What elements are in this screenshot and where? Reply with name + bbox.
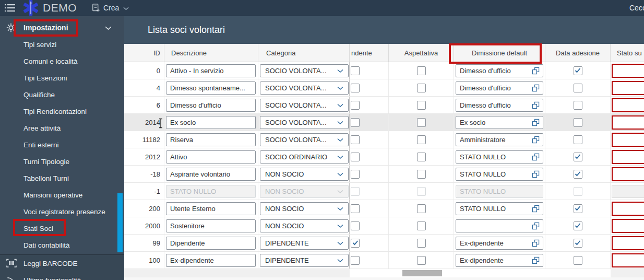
dimissione-default-input[interactable]: Ex socio bbox=[456, 116, 543, 129]
data-adesione-checkbox[interactable] bbox=[574, 239, 582, 248]
data-adesione-checkbox[interactable] bbox=[574, 84, 582, 92]
sidebar-scrollbar-thumb[interactable] bbox=[117, 193, 123, 252]
data-adesione-checkbox[interactable] bbox=[574, 66, 582, 75]
value-help-icon[interactable] bbox=[531, 135, 541, 145]
aspettativa-checkbox[interactable] bbox=[417, 118, 426, 127]
stato-successivo-input[interactable] bbox=[612, 236, 644, 250]
stato-successivo-input[interactable] bbox=[612, 219, 644, 233]
categoria-select[interactable]: SOCIO VOLONTA... bbox=[260, 116, 349, 129]
aspettativa-checkbox[interactable] bbox=[417, 256, 426, 265]
column-header-dipendente[interactable]: ndente bbox=[350, 44, 389, 62]
descrizione-input[interactable]: STATO NULLO bbox=[166, 185, 256, 198]
categoria-select[interactable]: SOCIO ORDINARIO bbox=[260, 150, 349, 164]
dimissione-default-input[interactable] bbox=[456, 219, 543, 232]
data-adesione-checkbox[interactable] bbox=[574, 118, 582, 127]
categoria-select[interactable]: NON SOCIO bbox=[260, 168, 349, 181]
value-help-icon[interactable] bbox=[531, 152, 541, 162]
sidebar-item-impostazioni[interactable]: Impostazioni bbox=[0, 16, 124, 37]
descrizione-input[interactable]: Utente Esterno bbox=[166, 202, 256, 215]
aspettativa-checkbox[interactable] bbox=[417, 135, 426, 144]
dimissione-default-input[interactable]: Amministratore bbox=[456, 133, 543, 146]
dimissione-default-input[interactable]: Dimesso d'ufficio bbox=[456, 64, 543, 77]
categoria-select[interactable]: DIPENDENTE bbox=[260, 237, 349, 250]
dipendente-checkbox[interactable] bbox=[351, 187, 360, 196]
data-adesione-checkbox[interactable] bbox=[574, 101, 582, 110]
value-help-icon[interactable] bbox=[531, 238, 541, 248]
data-adesione-checkbox[interactable] bbox=[574, 153, 582, 161]
sidebar-item-turni-tipologie[interactable]: Turni Tipologie bbox=[0, 154, 124, 170]
stato-successivo-input[interactable] bbox=[612, 185, 644, 198]
data-adesione-checkbox[interactable] bbox=[574, 221, 582, 230]
stato-successivo-input[interactable] bbox=[612, 253, 644, 267]
stato-successivo-input[interactable] bbox=[612, 64, 644, 78]
dimissione-default-input[interactable]: STATO NULLO bbox=[456, 202, 543, 215]
descrizione-input[interactable]: Riserva bbox=[166, 133, 256, 146]
data-adesione-checkbox[interactable] bbox=[574, 170, 582, 179]
sidebar-item-tipi-rendicontazioni[interactable]: Tipi Rendicontazioni bbox=[0, 103, 124, 120]
aspettativa-checkbox[interactable] bbox=[417, 204, 426, 213]
dipendente-checkbox[interactable] bbox=[351, 170, 360, 179]
horizontal-scrollbar-thumb[interactable] bbox=[402, 270, 442, 276]
value-help-icon[interactable] bbox=[531, 118, 541, 127]
column-header-descrizione[interactable]: Descrizione bbox=[164, 44, 258, 62]
dipendente-checkbox[interactable] bbox=[351, 66, 360, 75]
stato-successivo-input[interactable] bbox=[612, 133, 644, 147]
aspettativa-checkbox[interactable] bbox=[417, 84, 426, 92]
menu-icon[interactable] bbox=[0, 0, 20, 16]
sidebar-item-ultime-funzionalita[interactable]: Ultime funzionalità bbox=[0, 272, 124, 280]
dimissione-default-input[interactable]: Ex-dipendente bbox=[456, 254, 543, 267]
dimissione-default-input[interactable]: Dimesso d'ufficio bbox=[456, 81, 543, 95]
stato-successivo-input[interactable] bbox=[612, 81, 644, 95]
dipendente-checkbox[interactable] bbox=[351, 204, 360, 213]
user-menu[interactable]: Cecc bbox=[629, 4, 644, 12]
column-header-categoria[interactable]: Categoria bbox=[258, 44, 350, 62]
horizontal-scrollbar-track[interactable] bbox=[350, 269, 611, 277]
categoria-select[interactable]: DIPENDENTE bbox=[260, 254, 349, 267]
sidebar-item-tipi-esenzioni[interactable]: Tipi Esenzioni bbox=[0, 70, 124, 87]
dimissione-default-input[interactable]: STATO NULLO bbox=[456, 168, 543, 181]
categoria-select[interactable]: SOCIO VOLONTA... bbox=[260, 64, 349, 77]
sidebar-item-stati-soci[interactable]: Stati Soci bbox=[0, 220, 124, 237]
descrizione-input[interactable]: Dimesso spontaneame... bbox=[166, 81, 256, 95]
descrizione-input[interactable]: Sostenitore bbox=[166, 219, 256, 232]
sidebar-item-comuni-e-localit-[interactable]: Comuni e località bbox=[0, 53, 124, 70]
sidebar-item-qualifiche[interactable]: Qualifiche bbox=[0, 87, 124, 103]
sidebar-item-enti-esterni[interactable]: Enti esterni bbox=[0, 137, 124, 154]
categoria-select[interactable]: NON SOCIO bbox=[260, 185, 349, 198]
value-help-icon[interactable] bbox=[531, 204, 541, 214]
descrizione-input[interactable]: Aspirante volontario bbox=[166, 168, 256, 181]
descrizione-input[interactable]: Ex socio bbox=[166, 116, 256, 129]
categoria-select[interactable]: SOCIO VOLONTA... bbox=[260, 99, 349, 112]
dipendente-checkbox[interactable] bbox=[351, 84, 360, 92]
dipendente-checkbox[interactable] bbox=[351, 239, 360, 248]
sidebar-item-aree-attivit-[interactable]: Aree attività bbox=[0, 120, 124, 137]
descrizione-input[interactable]: Ex-dipendente bbox=[166, 254, 256, 267]
aspettativa-checkbox[interactable] bbox=[417, 187, 426, 196]
aspettativa-checkbox[interactable] bbox=[417, 221, 426, 230]
dimissione-default-input[interactable]: Dimesso d'ufficio bbox=[456, 99, 543, 112]
dipendente-checkbox[interactable] bbox=[351, 153, 360, 161]
dipendente-checkbox[interactable] bbox=[351, 118, 360, 127]
value-help-icon[interactable] bbox=[531, 221, 541, 231]
create-button[interactable]: Crea bbox=[91, 3, 129, 13]
value-help-icon[interactable] bbox=[531, 169, 541, 179]
value-help-icon[interactable] bbox=[531, 100, 541, 110]
dipendente-checkbox[interactable] bbox=[351, 256, 360, 265]
dimissione-default-input[interactable]: STATO NULLO bbox=[456, 150, 543, 164]
data-adesione-checkbox[interactable] bbox=[574, 187, 582, 196]
column-header-data-adesione[interactable]: Data adesione bbox=[545, 44, 611, 62]
categoria-select[interactable]: NON SOCIO bbox=[260, 202, 349, 215]
sidebar-item-voci-registratore-presenze[interactable]: Voci registratore presenze bbox=[0, 204, 124, 220]
column-header-id[interactable]: ID bbox=[125, 44, 164, 62]
column-header-aspettativa[interactable]: Aspettativa bbox=[389, 44, 454, 62]
sidebar-item-tabelloni-turni[interactable]: Tabelloni Turni bbox=[0, 170, 124, 187]
dipendente-checkbox[interactable] bbox=[351, 221, 360, 230]
stato-successivo-input[interactable] bbox=[612, 167, 644, 181]
value-help-icon[interactable] bbox=[531, 255, 541, 265]
value-help-icon[interactable] bbox=[531, 66, 541, 76]
stato-successivo-input[interactable] bbox=[612, 150, 644, 164]
descrizione-input[interactable]: Dipendente bbox=[166, 237, 256, 250]
stato-successivo-input[interactable] bbox=[612, 202, 644, 216]
dipendente-checkbox[interactable] bbox=[351, 101, 360, 110]
categoria-select[interactable]: SOCIO VOLONTA... bbox=[260, 81, 349, 95]
